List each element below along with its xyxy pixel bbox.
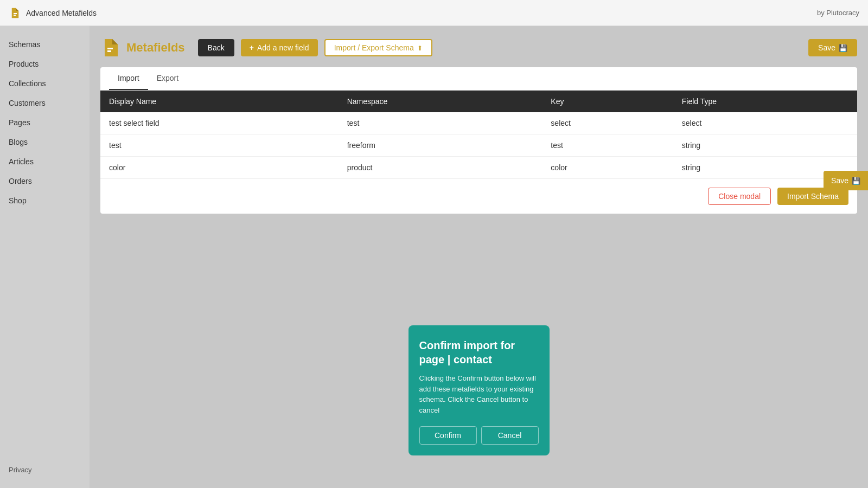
top-bar-byline: by Plutocracy: [817, 9, 859, 17]
save-icon-header: 💾: [839, 44, 847, 52]
add-field-button[interactable]: Add a new field: [241, 39, 318, 56]
table-cell-field-type: string: [673, 134, 857, 157]
confirm-button[interactable]: Confirm: [419, 426, 477, 445]
close-modal-button[interactable]: Close modal: [708, 188, 771, 205]
col-field-type: Field Type: [673, 91, 857, 112]
save-button-header[interactable]: Save 💾: [808, 39, 857, 56]
table-cell-namespace: test: [339, 112, 542, 134]
sidebar-item-articles[interactable]: Articles: [0, 152, 90, 171]
svg-rect-1: [14, 13, 17, 14]
add-field-label: Add a new field: [257, 43, 309, 52]
col-key: Key: [542, 91, 673, 112]
sidebar-item-pages[interactable]: Pages: [0, 113, 90, 132]
table-cell-display-name: color: [100, 157, 339, 179]
svg-rect-2: [14, 15, 16, 16]
table-row: test select fieldtestselectselect: [100, 112, 857, 134]
sidebar-item-schemas[interactable]: Schemas: [0, 35, 90, 54]
sidebar-item-blogs[interactable]: Blogs: [0, 132, 90, 152]
table-cell-namespace: product: [339, 157, 542, 179]
schema-table: Display Name Namespace Key Field Type te…: [100, 91, 857, 179]
modal-panel: Import Export Display Name Namespace Key…: [100, 67, 857, 214]
sidebar-item-products[interactable]: Products: [0, 54, 90, 74]
main-layout: Schemas Products Collections Customers P…: [0, 26, 868, 488]
modal-tabs: Import Export: [100, 67, 857, 91]
sidebar: Schemas Products Collections Customers P…: [0, 26, 90, 488]
table-row: testfreeformteststring: [100, 134, 857, 157]
table-cell-field-type: select: [673, 112, 857, 134]
content-area: Metafields Back Add a new field Import /…: [90, 26, 868, 488]
sidebar-item-orders[interactable]: Orders: [0, 171, 90, 191]
table-header-row: Display Name Namespace Key Field Type: [100, 91, 857, 112]
upload-icon: [417, 43, 423, 52]
modal-footer: Close modal Import Schema: [100, 179, 857, 214]
sidebar-item-customers[interactable]: Customers: [0, 93, 90, 113]
confirm-dialog: Confirm import for page | contact Clicki…: [409, 325, 550, 455]
sidebar-item-collections[interactable]: Collections: [0, 74, 90, 93]
save-label-header: Save: [818, 43, 835, 52]
cancel-dialog-button[interactable]: Cancel: [481, 426, 539, 445]
confirm-dialog-buttons: Confirm Cancel: [419, 426, 539, 445]
table-cell-display-name: test: [100, 134, 339, 157]
app-logo: Advanced Metafields: [9, 7, 97, 20]
header-logo-icon: [100, 37, 122, 59]
save-label-floating: Save: [831, 176, 848, 185]
app-title: Advanced Metafields: [26, 9, 97, 17]
save-button-floating[interactable]: Save 💾: [824, 171, 868, 190]
confirm-dialog-body: Clicking the Confirm button below will a…: [419, 373, 539, 415]
svg-rect-4: [107, 48, 113, 49]
table-cell-namespace: freeform: [339, 134, 542, 157]
sidebar-privacy[interactable]: Privacy: [0, 460, 90, 479]
table-cell-key: color: [542, 157, 673, 179]
header-logo: Metafields: [100, 37, 185, 59]
table-cell-key: test: [542, 134, 673, 157]
top-bar: Advanced Metafields by Plutocracy: [0, 0, 868, 26]
svg-rect-5: [107, 50, 111, 52]
app-logo-icon: [9, 7, 22, 20]
plus-icon: [250, 43, 254, 52]
confirm-dialog-title: Confirm import for page | contact: [419, 338, 539, 367]
sidebar-item-shop[interactable]: Shop: [0, 191, 90, 210]
header-logo-text: Metafields: [126, 41, 185, 55]
col-display-name: Display Name: [100, 91, 339, 112]
import-export-label: Import / Export Schema: [334, 43, 414, 52]
table-cell-key: select: [542, 112, 673, 134]
save-icon-floating: 💾: [852, 177, 860, 185]
table-row: colorproductcolorstring: [100, 157, 857, 179]
col-namespace: Namespace: [339, 91, 542, 112]
import-export-button[interactable]: Import / Export Schema: [324, 39, 432, 56]
tab-export[interactable]: Export: [148, 67, 187, 90]
back-button[interactable]: Back: [198, 39, 234, 56]
header-toolbar: Metafields Back Add a new field Import /…: [100, 37, 857, 59]
tab-import[interactable]: Import: [109, 67, 148, 90]
table-cell-display-name: test select field: [100, 112, 339, 134]
